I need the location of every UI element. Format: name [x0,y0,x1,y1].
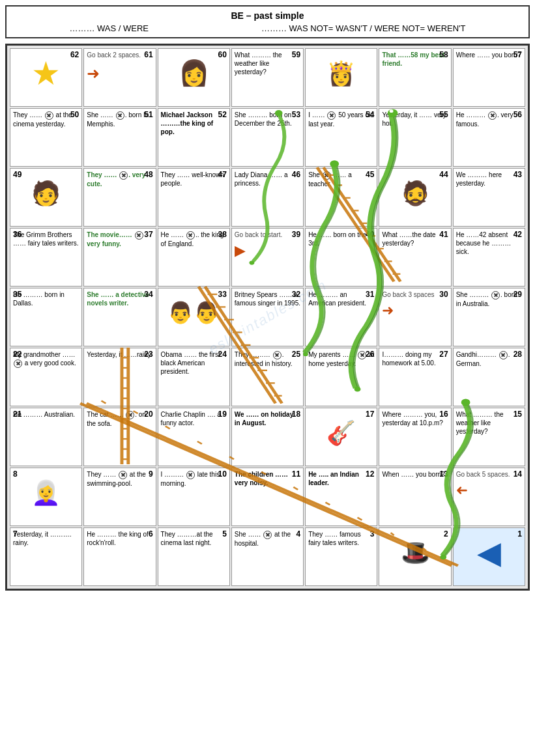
cell-41: 41 What ……the date yesterday? [379,228,451,287]
cell-25: 25 They ……… . interested in history. [231,348,304,406]
cell-23: 23 Yesterday, it ……rainy. [83,348,156,406]
cell-2: 2 🎩 [379,527,451,586]
cell-16: 16 Where ……… you, yesterday at 10.p.m? [379,408,451,466]
arrow-right-61: ➜ [87,63,152,83]
cell-9: 9 They …… at the swimming-pool. [83,468,156,526]
cell-13: 13 When …… you born? [379,468,451,526]
cell-5: 5 They ………at the cinema last night. [158,527,230,586]
cell-57: 57 Where …… you born? [453,48,525,107]
cell-48: 48 They …… . very cute. [83,168,156,227]
arrow-right-30: ➜ [382,301,448,320]
was-were-label: ……… WAS / WERE [69,23,149,33]
photo-gandhi1: 🧔 [401,178,430,209]
photo-woman-hat: 👩 [179,57,209,89]
cell-44: 44 🧔 [379,168,451,227]
board-outer: 62 ★ 61 Go back 2 spaces. ➜ 60 👩 [5,44,530,591]
cell-18: 18 We …… on holiday in August. [231,408,304,466]
cell-38: 38 He …… .. the king of England. [158,228,230,287]
cell-32: 32 Britney Spears …… a famous singer in … [231,288,304,346]
photo-elvis: 🎸 [326,418,356,449]
cell-27: 27 I……… doing my homework at 5.00. [379,348,451,406]
cell-3: 3 They …… famous fairy tales writers. [305,527,377,586]
cell-39: 39 Go back to start. ▶ [231,228,304,287]
cell-24: 24 Obama …… the first black American pre… [158,348,230,406]
cell-54: 54 I …… 50 years old last year. [305,108,377,167]
cell-10: 10 I ……… late this morning. [158,468,230,526]
cell-55: 55 Yesterday, it …… very hot. [379,108,451,167]
cell-34: 34 She …… a detective novels writer. [83,288,156,346]
cell-15: 15 What ……… the weather like yesterday? [453,408,525,466]
photo-woman2: 👩‍🦳 [31,478,61,509]
arrow-right-39: ▶ [235,242,300,260]
cell-43: 43 We ……… here yesterday. [453,168,525,227]
cell-22: 22 My grandmother …… a very good cook. [10,348,82,406]
cell-11: 11 The children …… very noisy. [231,468,304,526]
cell-28: 28 Gandhi……… . German. [453,348,525,406]
board-grid: 62 ★ 61 Go back 2 spaces. ➜ 60 👩 [10,48,525,586]
photo-queen: 👸 [326,59,356,89]
cell-53: 53 She ……… born on December the 25th. [231,108,304,167]
cell-42: 42 He ……42 absent because he ………sick. [453,228,525,287]
cell-56: 56 He ……… . very famous. [453,108,525,167]
cell-6: 6 He ……… the king of rock'n'roll. [83,527,156,586]
cell-40: 40 He …… born on the 3rd. [305,228,377,287]
cell-62: 62 ★ [10,48,82,107]
cell-61: 61 Go back 2 spaces. ➜ [83,48,156,107]
star-icon: ★ [31,57,61,90]
cell-35: 35 He ……… born in Dallas. [10,288,82,346]
cell-52: 52 Michael Jackson ………the king of pop. [158,108,230,167]
cell-50: 50 They …… at the cinema yesterday. [10,108,82,167]
cell-51: 51 She …… . born In Memphis. [83,108,156,167]
photo-chaplin: 🎩 [401,538,430,568]
cell-14: 14 Go back 5 spaces. ➜ [453,468,525,526]
board-wrapper: 62 ★ 61 Go back 2 spaces. ➜ 60 👩 [10,48,525,586]
right-label: ……… WAS NOT= WASN'T / WERE NOT= WEREN'T [261,23,466,33]
cell-60: 60 👩 [158,48,230,107]
cell-20: 20 The cat …… . on the sofa. [83,408,156,466]
cell-1: 1 ◀ [453,527,525,586]
cell-36: 36 The Grimm Brothers …… fairy tales wri… [10,228,82,287]
cell-12: 12 He ….. an Indian leader. [305,468,377,526]
photo-jfk: 🧑 [31,178,61,209]
cell-58-img: 👸 [305,48,377,107]
cell-29: 29 She ……… . born in Australia. [453,288,525,346]
cell-31: 31 He ……… an American president. [305,288,377,346]
cell-4: 4 She …… at the hospital. [231,527,304,586]
header-box: BE – past simple ……… WAS / WERE ……… WAS … [5,5,530,38]
arrow-left-14: ➜ [456,481,468,500]
cell-30: 30 Go back 3 spaces ➜ [379,288,451,346]
cell-21: 21 He ……… Australian. [10,408,82,466]
cell-59: 59 What ……… the weather like yesterday? [231,48,304,107]
cell-49: 49 🧑 [10,168,82,227]
cell-8: 8 👩‍🦳 [10,468,82,526]
cell-37: 37 The movie…… very funny. [83,228,156,287]
cell-47: 47 They …… well-known people. [158,168,230,227]
start-arrow-icon: ◀ [477,533,501,573]
cell-46: 46 Lady Diana …… a princess. [231,168,304,227]
page: BE – past simple ……… WAS / WERE ……… WAS … [0,0,535,596]
cell-17: 17 🎸 [305,408,377,466]
photo-laurel-hardy: 👨👨 [167,300,220,327]
cell-45: 45 She …… a teacher. [305,168,377,227]
cell-58-text: 58 That ……58 my best friend. [379,48,451,107]
cell-7: 7 Yesterday, it ………. rainy. [10,527,82,586]
cell-33: 33 👨👨 [158,288,230,346]
cell-26: 26 My parents …… at home yesterday. [305,348,377,406]
cell-19: 19 Charlie Chaplin …. a funny actor. [158,408,230,466]
header-title: BE – past simple [13,10,522,21]
header-row: ……… WAS / WERE ……… WAS NOT= WASN'T / WER… [13,23,522,33]
